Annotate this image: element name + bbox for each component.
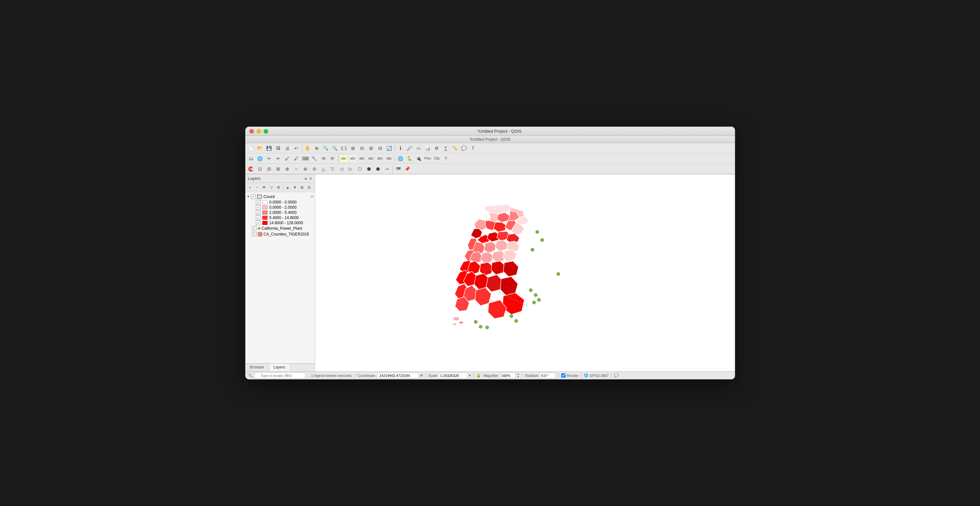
snap-btn13[interactable]: ⬡ [356,165,364,173]
scale-input[interactable] [439,373,468,379]
move-up-btn[interactable]: ▲ [285,184,291,190]
snap-btn8[interactable]: ⊘ [310,165,319,173]
remove-layer-btn[interactable]: − [254,184,260,190]
snap-btn3[interactable]: ⊟ [265,165,273,173]
counties-layer[interactable]: CA_Counties_TIGER2016 [245,231,315,237]
map-btn2[interactable]: 📌 [403,165,412,173]
close-button[interactable] [249,129,254,133]
snap-btn12[interactable]: ▷ [347,165,355,173]
digitize-btn5[interactable]: 🖊 [283,154,291,163]
annotation-button[interactable]: 💬 [460,144,468,152]
digitize-btn10[interactable]: ⟳ [328,154,337,163]
measure-button[interactable]: 📏 [451,144,459,152]
collapse-all-btn[interactable]: ⊟ [306,184,312,190]
layers-tab[interactable]: Layers [269,364,290,371]
snap-btn5[interactable]: ⊗ [283,165,291,173]
snap-btn16[interactable]: ⊸ [383,165,391,173]
power-plant-layer[interactable]: California_Power_Plant [245,225,315,231]
scale-dropdown-icon[interactable]: ▾ [469,373,471,378]
power-plant-checkbox[interactable] [252,226,256,231]
layer-options-btn[interactable]: ⚙ [275,184,282,190]
select-button[interactable]: ▭ [415,144,423,152]
digitize-btn9[interactable]: ⟲ [319,154,328,163]
label-btn4[interactable]: abc [367,154,375,163]
sidebar-detach-icon[interactable]: ✕ [309,176,312,181]
python-btn[interactable]: 🐍 [406,154,414,163]
text-button[interactable]: T [469,144,477,152]
open-table-button[interactable]: 📊 [423,144,432,152]
zoom-layer-button[interactable]: ⊞ [349,144,357,152]
plugin-btn[interactable]: 🔌 [415,154,423,163]
legend-2-checkbox[interactable] [256,210,260,215]
prev-btn[interactable]: Prev [423,154,432,163]
digitize-btn4[interactable]: ✏ [274,154,282,163]
snap-btn6[interactable]: ○ [292,165,301,173]
snap-btn9[interactable]: △ [319,165,328,173]
sidebar-close-icon[interactable]: ● [304,176,307,181]
rotation-input[interactable] [539,373,556,379]
label-btn6[interactable]: abc [385,154,393,163]
pan-button[interactable]: ✋ [304,144,312,152]
minimize-button[interactable] [256,129,261,133]
label-btn5[interactable]: abc [376,154,384,163]
snap-btn11[interactable]: ◁ [337,165,346,173]
new-project-button[interactable]: 📄 [247,144,255,152]
label-btn3[interactable]: abc [358,154,366,163]
snap-btn1[interactable]: 🧲 [247,165,255,173]
magnifier-input[interactable] [500,373,515,379]
snap-btn2[interactable]: ⊡ [256,165,264,173]
print-button[interactable]: 🖨 [283,144,291,152]
identify-button[interactable]: 🔎 [406,144,414,152]
zoom-full-button[interactable]: ⊞ [367,144,375,152]
snap-btn10[interactable]: ▽ [328,165,337,173]
digitize-btn6[interactable]: 🖋 [292,154,301,163]
calc-button[interactable]: ∑ [442,144,450,152]
legend-1-checkbox[interactable] [256,205,260,209]
map-btn1[interactable]: 🗺 [394,165,402,173]
count-group[interactable]: ▼ Count ⊟ [245,194,315,200]
locate-input[interactable] [254,373,306,379]
zoom-native-button[interactable]: 1:1 [340,144,348,152]
legend-4-checkbox[interactable] [256,220,260,225]
stat-button[interactable]: ⚙ [433,144,441,152]
undo-button[interactable]: ↩ [292,144,301,152]
toggle-visibility-btn[interactable]: 👁 [261,184,267,190]
counties-checkbox[interactable] [252,232,256,236]
legend-3-checkbox[interactable] [256,216,260,220]
digitize-btn3[interactable]: ✂ [265,154,273,163]
add-layer-btn[interactable]: + [247,184,253,190]
coordinate-input[interactable] [377,373,419,379]
render-checkbox[interactable] [561,373,565,378]
info-button[interactable]: ℹ [396,144,405,152]
filter-layer-btn[interactable]: ▽ [268,184,275,190]
label-btn1[interactable]: abc [340,154,348,163]
magnifier-spinner[interactable]: ▲ ▼ [517,373,519,378]
zoom-selection-button[interactable]: ⊟ [358,144,366,152]
help-btn[interactable]: ? [442,154,450,163]
messages-icon[interactable]: 💬 [614,373,619,378]
zoom-prev-button[interactable]: ⊟ [376,144,384,152]
globe-btn[interactable]: 🌐 [396,154,405,163]
legend-0-checkbox[interactable] [256,200,260,205]
snap-btn4[interactable]: ⊞ [274,165,282,173]
expand-all-btn[interactable]: ⊞ [299,184,305,190]
digitize-btn1[interactable]: 🗂 [247,154,255,163]
save-as-button[interactable]: 🖫 [274,144,282,152]
snap-btn14[interactable]: ⬢ [365,165,373,173]
pan-map-button[interactable]: ⊕ [312,144,321,152]
refresh-button[interactable]: 🔄 [385,144,393,152]
clip-btn[interactable]: Clip [433,154,441,163]
snap-btn7[interactable]: ⊕ [301,165,310,173]
digitize-btn2[interactable]: 🌐 [256,154,264,163]
digitize-btn8[interactable]: 🔧 [310,154,319,163]
zoom-in-button[interactable]: 🔍 [321,144,330,152]
epsg-value[interactable]: EPSG:3857 [590,374,609,378]
maximize-button[interactable] [264,129,268,133]
digitize-btn7[interactable]: ⌨ [301,154,310,163]
save-project-button[interactable]: 💾 [265,144,273,152]
snap-btn15[interactable]: ⬣ [374,165,382,173]
open-project-button[interactable]: 📂 [256,144,264,152]
label-btn2[interactable]: abc [349,154,357,163]
count-group-checkbox[interactable] [251,194,256,199]
zoom-out-button[interactable]: 🔍 [331,144,339,152]
